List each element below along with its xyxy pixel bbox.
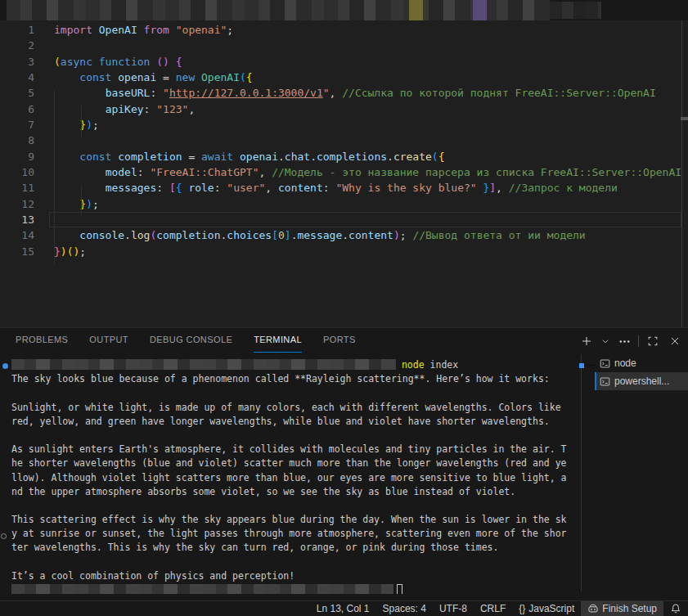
terminal-label: node xyxy=(614,357,636,369)
terminal-line: The sky looks blue because of a phenomen… xyxy=(11,372,581,386)
code-line-13[interactable]: 13 xyxy=(0,212,681,227)
command-decoration-dot[interactable] xyxy=(2,363,8,369)
terminal-line xyxy=(11,555,581,569)
terminal-line: red, yellow, and green have longer wavel… xyxy=(11,415,581,429)
panel-tab-output[interactable]: OUTPUT xyxy=(89,328,128,353)
code-line-6[interactable]: 6 apiKey: "123", xyxy=(0,101,681,117)
panel-tab-ports[interactable]: PORTS xyxy=(323,328,356,353)
terminal-line: It’s a cool combination of physics and p… xyxy=(11,569,581,583)
panel-header: PROBLEMSOUTPUTDEBUG CONSOLETERMINALPORTS xyxy=(0,328,688,354)
status-language-mode[interactable]: {} JavaScript xyxy=(512,601,581,616)
line-number: 5 xyxy=(0,85,34,101)
code-line-1[interactable]: 1import OpenAI from "openai"; xyxy=(0,22,681,38)
terminal-line: This scattering effect is why the sky ap… xyxy=(11,513,581,527)
line-number: 4 xyxy=(0,70,34,85)
status-indentation[interactable]: Spaces: 4 xyxy=(376,601,433,616)
status-eol[interactable]: CRLF xyxy=(474,601,512,616)
terminal-cursor xyxy=(397,584,402,594)
redacted-tabs xyxy=(7,0,550,20)
code-text: apiKey: "123", xyxy=(49,101,681,117)
close-panel-icon[interactable] xyxy=(667,333,683,349)
bell-icon xyxy=(670,603,681,614)
code-editor[interactable]: 1import OpenAI from "openai";23(async fu… xyxy=(0,20,688,327)
terminal-icon xyxy=(600,376,610,387)
code-text: console.log(completion.choices[0].messag… xyxy=(49,227,681,243)
bottom-panel: PROBLEMSOUTPUTDEBUG CONSOLETERMINALPORTS xyxy=(0,327,688,600)
new-terminal-icon[interactable] xyxy=(578,333,595,349)
code-line-11[interactable]: 11 messages: [{ role: "user", content: "… xyxy=(0,180,681,196)
code-text: baseURL: "http://127.0.0.1:3000/v1", //С… xyxy=(49,85,681,101)
status-bar: Ln 13, Col 1 Spaces: 4 UTF-8 CRLF {} Jav… xyxy=(0,600,688,616)
code-text: }); xyxy=(49,117,681,133)
code-text: import OpenAI from "openai"; xyxy=(49,22,681,38)
panel-tab-problems[interactable]: PROBLEMS xyxy=(16,328,68,353)
terminal-line xyxy=(11,583,581,594)
code-line-9[interactable]: 9 const completion = await openai.chat.c… xyxy=(0,149,681,164)
line-number: 8 xyxy=(0,133,34,148)
line-number: 6 xyxy=(0,101,34,117)
code-text xyxy=(49,212,681,227)
code-text: const openai = new OpenAI({ xyxy=(49,70,681,85)
overview-ruler-marker xyxy=(681,117,688,120)
indent-guide xyxy=(54,90,55,264)
terminal-line: node index xyxy=(11,358,581,372)
redacted-accent-1 xyxy=(409,0,423,20)
line-number: 15 xyxy=(0,244,34,259)
terminal-line: nd the upper atmosphere absorbs some vio… xyxy=(11,485,581,499)
panel-actions xyxy=(578,331,683,351)
editor-lines: 1import OpenAI from "openai";23(async fu… xyxy=(0,22,681,259)
code-text: }); xyxy=(49,196,681,212)
terminal-line: llow). Although violet light scatters mo… xyxy=(11,471,581,485)
terminal-icon xyxy=(600,358,610,369)
chevron-down-icon[interactable] xyxy=(600,333,610,349)
editor-scrollbar[interactable] xyxy=(681,20,682,327)
status-encoding[interactable]: UTF-8 xyxy=(433,601,474,616)
terminal-separator xyxy=(581,354,582,591)
line-number: 9 xyxy=(0,149,34,164)
maximize-panel-icon[interactable] xyxy=(645,333,661,349)
panel-tab-debug-console[interactable]: DEBUG CONSOLE xyxy=(150,328,232,353)
vscode-window: 1import OpenAI from "openai";23(async fu… xyxy=(0,0,688,616)
braces-icon: {} xyxy=(519,601,525,616)
terminal-list-item-powershell[interactable]: powershell... xyxy=(595,372,688,390)
terminal-line: ter wavelengths. This is why the sky can… xyxy=(11,541,581,555)
code-line-12[interactable]: 12 }); xyxy=(0,196,681,212)
code-text xyxy=(49,38,681,53)
code-line-5[interactable]: 5 baseURL: "http://127.0.0.1:3000/v1", /… xyxy=(0,85,681,101)
code-line-14[interactable]: 14 console.log(completion.choices[0].mes… xyxy=(0,227,681,243)
status-finish-setup[interactable]: Finish Setup xyxy=(581,601,663,616)
terminal-output[interactable]: node indexThe sky looks blue because of … xyxy=(0,355,581,594)
code-line-3[interactable]: 3(async function () { xyxy=(0,54,681,70)
code-line-4[interactable]: 4 const openai = new OpenAI({ xyxy=(0,70,681,85)
code-text xyxy=(49,133,681,148)
code-line-7[interactable]: 7 }); xyxy=(0,117,681,133)
code-line-15[interactable]: 15})(); xyxy=(0,244,681,259)
panel-tab-terminal[interactable]: TERMINAL xyxy=(254,328,302,353)
redacted-text xyxy=(11,359,396,370)
line-number: 2 xyxy=(0,38,34,53)
terminal-line xyxy=(11,386,581,400)
terminal-line: Sunlight, or white light, is made up of … xyxy=(11,401,581,415)
terminal-line: he shorter wavelengths (blue and violet)… xyxy=(11,456,581,470)
code-text: const completion = await openai.chat.com… xyxy=(49,149,681,164)
code-text: })(); xyxy=(49,244,681,259)
status-cursor-position[interactable]: Ln 13, Col 1 xyxy=(310,601,376,616)
status-notifications[interactable] xyxy=(663,601,688,616)
line-number: 10 xyxy=(0,164,34,180)
code-text: messages: [{ role: "user", content: "Why… xyxy=(49,180,681,196)
redacted-text xyxy=(11,584,393,594)
line-number: 12 xyxy=(0,196,34,212)
more-actions-icon[interactable] xyxy=(616,333,632,349)
code-line-10[interactable]: 10 model: "FreeAI::ChatGPT", //Модель - … xyxy=(0,164,681,180)
indent-guide xyxy=(81,185,82,217)
terminal-list-item-node[interactable]: node xyxy=(595,354,688,372)
code-text: (async function () { xyxy=(49,54,681,70)
code-line-2[interactable]: 2 xyxy=(0,38,681,53)
code-line-8[interactable]: 8 xyxy=(0,133,681,148)
command-decoration-circle[interactable] xyxy=(1,533,7,539)
terminal-line xyxy=(11,429,581,443)
terminal-line: As sunlight enters Earth's atmosphere, i… xyxy=(11,443,581,456)
line-number: 7 xyxy=(0,117,34,133)
line-number: 13 xyxy=(0,212,34,227)
copilot-icon xyxy=(587,603,599,614)
